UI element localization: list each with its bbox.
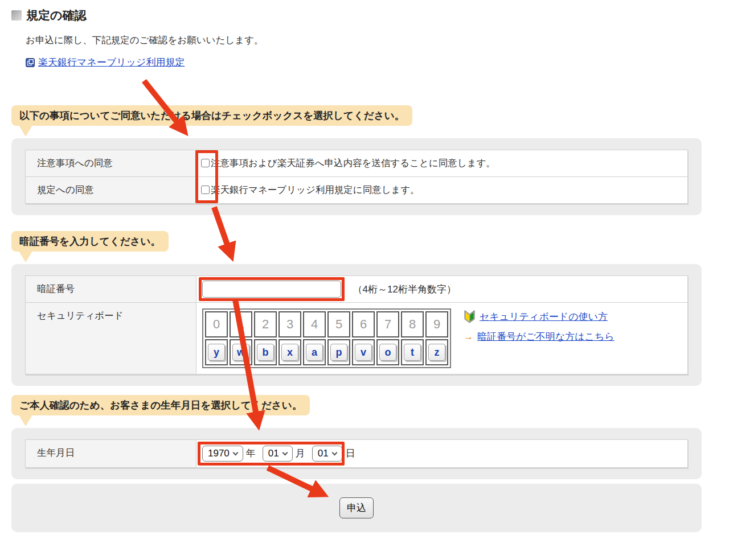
securityboard-key-b[interactable]: b [257, 344, 274, 361]
table-row: 注意事項への同意 注意事項および楽天証券へ申込内容を送信することに同意します。 [26, 150, 688, 177]
arrow-right-icon: → [464, 331, 473, 343]
securityboard-key-v[interactable]: v [355, 344, 372, 361]
securityboard-key-x[interactable]: x [281, 344, 298, 361]
table-row: 規定への同意 楽天銀行マネーブリッジ利用規定に同意します。 [26, 177, 688, 204]
securityboard-digit-7: 7 [376, 311, 399, 337]
year-select-value: 1970 [208, 448, 230, 459]
birthdate-instruction: ご本人確認のため、お客さまの生年月日を選択してください。 [11, 395, 310, 415]
agreement-box: 注意事項への同意 注意事項および楽天証券へ申込内容を送信することに同意します。 … [11, 138, 702, 215]
terms-agree-checkbox[interactable] [201, 186, 210, 194]
terms-link-row: 楽天銀行マネーブリッジ利用規定 [26, 56, 729, 69]
agreement-row1-value: 注意事項および楽天証券へ申込内容を送信することに同意します。 [196, 150, 688, 177]
chevron-down-icon [331, 450, 337, 455]
securityboard-key-w[interactable]: w [232, 344, 249, 361]
securityboard-digit-6: 6 [352, 311, 375, 337]
pin-instruction: 暗証番号を入力してください。 [11, 231, 169, 252]
securityboard-digit-1: 1 [230, 311, 252, 337]
rules-confirmation-page: 規定の確認 お申込に際し、下記規定のご確認をお願いいたします。 楽天銀行マネーブ… [0, 0, 729, 560]
securityboard-value: 0 1 2 3 4 5 6 7 8 9 [196, 303, 688, 374]
agreement-instruction: 以下の事項についてご同意いただける場合はチェックボックスを選択してください。 [11, 105, 412, 126]
page-title: 規定の確認 [11, 8, 729, 23]
chevron-down-icon [232, 450, 238, 455]
pin-table: 暗証番号 （4桁～12桁半角数字） セキュリティボード [25, 275, 688, 374]
submit-button[interactable]: 申込 [339, 497, 374, 518]
securityboard-label: セキュリティボード [26, 303, 196, 374]
agreement-row2-label: 規定への同意 [26, 177, 196, 204]
notice-agree-checkbox[interactable] [201, 159, 210, 167]
agreement-row2-value: 楽天銀行マネーブリッジ利用規定に同意します。 [196, 177, 688, 204]
day-unit: 日 [346, 448, 355, 459]
year-select[interactable]: 1970 [202, 446, 243, 462]
year-unit: 年 [246, 448, 256, 459]
securityboard-key-p[interactable]: p [330, 344, 347, 361]
securityboard-digit-3: 3 [279, 311, 301, 337]
security-board: 0 1 2 3 4 5 6 7 8 9 [202, 308, 451, 368]
securityboard-key-z[interactable]: z [428, 344, 445, 361]
pin-hint: （4桁～12桁半角数字） [353, 284, 456, 295]
securityboard-key-a[interactable]: a [306, 344, 323, 361]
day-select[interactable]: 01 [312, 446, 342, 462]
birthdate-row-label: 生年月日 [26, 440, 196, 468]
securityboard-help-link[interactable]: セキュリティボードの使い方 [480, 310, 608, 323]
birthdate-box: 生年月日 1970 年 01 月 01 [11, 428, 702, 479]
submit-box: 申込 [11, 484, 702, 532]
birthdate-table: 生年月日 1970 年 01 月 01 [25, 439, 688, 468]
intro-text: お申込に際し、下記規定のご確認をお願いいたします。 [26, 33, 729, 47]
securityboard-digit-2: 2 [254, 311, 277, 337]
pin-row-value: （4桁～12桁半角数字） [196, 276, 688, 303]
table-row: 暗証番号 （4桁～12桁半角数字） [26, 276, 688, 303]
pin-input[interactable] [202, 281, 341, 298]
day-select-value: 01 [318, 448, 329, 459]
terms-link[interactable]: 楽天銀行マネーブリッジ利用規定 [38, 56, 185, 69]
beginner-mark-icon [464, 310, 476, 323]
securityboard-key-o[interactable]: o [379, 344, 396, 361]
notice-agree-text: 注意事項および楽天証券へ申込内容を送信することに同意します。 [211, 158, 495, 168]
pin-box: 暗証番号 （4桁～12桁半角数字） セキュリティボード [11, 264, 702, 386]
month-unit: 月 [296, 448, 305, 459]
terms-agree-text: 楽天銀行マネーブリッジ利用規定に同意します。 [211, 184, 420, 195]
securityboard-key-y[interactable]: y [208, 344, 225, 361]
month-select[interactable]: 01 [263, 446, 293, 462]
securityboard-digit-5: 5 [327, 311, 350, 337]
pin-row-label: 暗証番号 [26, 276, 196, 303]
agreement-table: 注意事項への同意 注意事項および楽天証券へ申込内容を送信することに同意します。 … [25, 150, 688, 204]
securityboard-digit-0: 0 [205, 311, 228, 337]
securityboard-links: セキュリティボードの使い方 → 暗証番号がご不明な方はこちら [464, 308, 615, 343]
birthdate-row-value: 1970 年 01 月 01 日 [196, 440, 688, 468]
securityboard-digit-9: 9 [425, 311, 448, 337]
page-title-text: 規定の確認 [26, 8, 87, 23]
securityboard-digit-8: 8 [401, 311, 424, 337]
agreement-row1-label: 注意事項への同意 [26, 150, 196, 177]
securityboard-digit-4: 4 [303, 311, 326, 337]
external-window-icon [26, 58, 35, 67]
month-select-value: 01 [268, 448, 279, 459]
pin-forgot-link[interactable]: 暗証番号がご不明な方はこちら [477, 330, 615, 343]
table-row: セキュリティボード 0 1 2 3 4 5 [26, 303, 688, 374]
table-row: 生年月日 1970 年 01 月 01 [26, 440, 688, 468]
chevron-down-icon [282, 450, 288, 455]
section-bullet-icon [11, 10, 22, 20]
securityboard-key-t[interactable]: t [404, 344, 421, 361]
